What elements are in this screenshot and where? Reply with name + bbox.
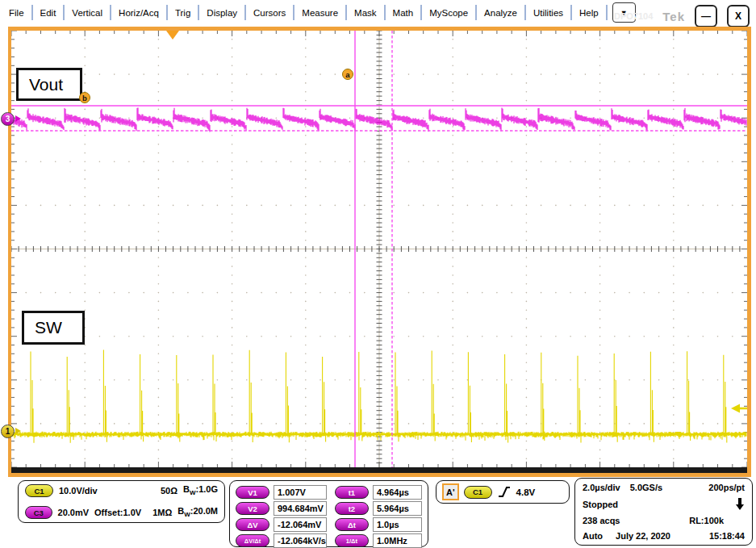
stopped-arrow-icon — [735, 498, 745, 511]
time-text: 15:18:44 — [709, 531, 745, 541]
channel-3-arrow-icon — [15, 115, 21, 122]
ch1-bandwidth: BW:1.0G — [183, 484, 218, 496]
ch3-readout-row: C3 20.0mV Offset:1.0V 1MΩ BW:20.0M — [25, 506, 218, 519]
measurement-row-dvdt: ΔV/Δt -12.064kV/s — [236, 533, 327, 548]
channel-1-arrow-icon — [15, 428, 21, 434]
acq-row-state: Stopped — [583, 498, 745, 511]
scope-application-window: File Edit Vertical Horiz/Acq Trig Displa… — [0, 0, 756, 548]
measurement-row-dt: Δt 1.0µs — [335, 517, 422, 532]
cursor-b-handle[interactable]: b — [79, 92, 90, 103]
waveform-display[interactable]: Vout SW a b 3 1 — [8, 27, 751, 477]
acq-row-timebase: 2.0µs/div 5.0GS/s 200ps/pt — [583, 483, 745, 492]
vout-annotation-text: Vout — [29, 75, 63, 94]
ch1-scale: 10.0V/div — [59, 486, 98, 496]
menu-item-measure[interactable]: Measure — [294, 8, 345, 18]
menu-item-file[interactable]: File — [2, 8, 31, 18]
graticule-and-traces — [8, 27, 751, 477]
measurement-row-v1: V1 1.007V — [236, 485, 327, 500]
sample-rate-value: 5.0GS/s — [630, 483, 662, 492]
cursor-measurement-panel: V1 1.007V t1 4.964µs V2 994.684mV t2 5.9… — [229, 480, 428, 547]
dvdt-badge: ΔV/Δt — [236, 534, 269, 547]
acq-row-count: 238 acqs RL:100k — [583, 516, 745, 525]
trigger-aux-label[interactable]: A' — [442, 483, 459, 500]
menu-item-mask[interactable]: Mask — [347, 8, 383, 18]
t2-badge: t2 — [335, 502, 369, 515]
model-number-text: DPO7104 — [614, 11, 653, 21]
tek-logo: Tek — [662, 10, 685, 23]
v1-value: 1.007V — [274, 485, 327, 500]
ch3-badge[interactable]: C3 — [25, 506, 52, 519]
acquisition-readout-panel: 2.0µs/div 5.0GS/s 200ps/pt Stopped 238 a… — [574, 478, 753, 546]
menu-item-analyze[interactable]: Analyze — [477, 8, 524, 18]
measurement-row-t1: t1 4.964µs — [335, 485, 422, 500]
ch1-readout-row: C1 10.0V/div 50Ω BW:1.0G — [25, 484, 218, 497]
menu-item-vertical[interactable]: Vertical — [65, 8, 110, 18]
measurement-row-t2: t2 5.964µs — [335, 501, 422, 516]
menu-item-help[interactable]: Help — [572, 8, 606, 18]
menu-item-utilities[interactable]: Utilities — [526, 8, 570, 18]
trigger-readout-panel: A' C1 4.8V — [436, 480, 570, 504]
sw-annotation-label: SW — [22, 311, 85, 345]
sw-annotation-text: SW — [35, 318, 62, 337]
minimize-button[interactable]: — — [695, 5, 717, 27]
trigger-position-marker[interactable] — [166, 31, 179, 40]
menu-item-horiz-acq[interactable]: Horiz/Acq — [111, 8, 166, 18]
menu-separator — [606, 5, 608, 20]
dt-badge: Δt — [335, 518, 369, 531]
v1-badge: V1 — [236, 486, 269, 499]
freq-value: 1.0MHz — [373, 533, 422, 548]
acquisition-state: Stopped — [583, 500, 618, 509]
close-button[interactable]: X — [727, 5, 750, 27]
dv-value: -12.064mV — [274, 517, 327, 532]
freq-badge: 1/Δt — [335, 534, 369, 547]
acquisition-count: 238 acqs — [583, 516, 620, 525]
resolution-value: 200ps/pt — [708, 483, 745, 492]
channel-1-position-marker[interactable]: 1 — [1, 425, 15, 438]
menu-item-edit[interactable]: Edit — [33, 8, 64, 18]
channel-3-position-marker[interactable]: 3 — [1, 112, 15, 126]
dt-value: 1.0µs — [373, 517, 422, 532]
timebase-value: 2.0µs/div — [583, 483, 620, 492]
menu-item-math[interactable]: Math — [386, 8, 421, 18]
v2-badge: V2 — [236, 502, 269, 515]
menu-item-cursors[interactable]: Cursors — [246, 8, 293, 18]
menu-item-display[interactable]: Display — [199, 8, 244, 18]
ch1-badge[interactable]: C1 — [25, 484, 53, 497]
v2-value: 994.684mV — [274, 501, 327, 516]
date-text: July 22, 2020 — [616, 531, 670, 541]
dv-badge: ΔV — [236, 518, 269, 531]
measurement-row-freq: 1/Δt 1.0MHz — [335, 533, 422, 548]
ch3-scale: 20.0mV — [58, 508, 90, 517]
measurement-row-dv: ΔV -12.064mV — [236, 517, 327, 532]
menu-item-trig[interactable]: Trig — [168, 8, 198, 18]
rising-edge-icon — [497, 486, 512, 498]
ch3-termination: 1MΩ — [152, 508, 172, 517]
cursor-a-handle[interactable]: a — [342, 69, 353, 80]
t2-value: 5.964µs — [373, 501, 422, 516]
dvdt-value: -12.064kV/s — [274, 533, 327, 548]
acq-row-datetime: Auto July 22, 2020 15:18:44 — [583, 531, 745, 541]
measurement-row-v2: V2 994.684mV — [236, 501, 327, 516]
t1-value: 4.964µs — [373, 485, 422, 500]
trigger-source-badge[interactable]: C1 — [464, 486, 492, 499]
ch1-termination: 50Ω — [161, 486, 178, 496]
channel-readout-panel: C1 10.0V/div 50Ω BW:1.0G C3 20.0mV Offse… — [18, 480, 225, 523]
ch3-offset: Offset:1.0V — [94, 508, 141, 517]
vout-annotation-label: Vout — [16, 68, 82, 101]
t1-badge: t1 — [335, 486, 369, 499]
trigger-mode: Auto — [583, 531, 603, 541]
menu-item-myscope[interactable]: MyScope — [422, 8, 475, 18]
record-length: RL:100k — [689, 516, 724, 525]
ch3-bandwidth: BW:20.0M — [178, 506, 218, 518]
trigger-level-value: 4.8V — [516, 487, 536, 497]
